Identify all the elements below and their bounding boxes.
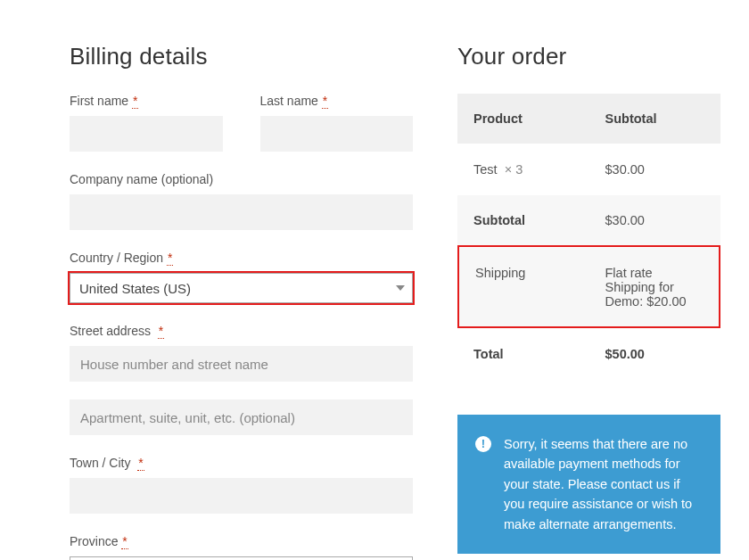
subtotal-value: $30.00 <box>589 195 721 246</box>
last-name-label: Last name * <box>260 94 414 108</box>
required-mark: * <box>137 456 144 471</box>
billing-heading: Billing details <box>70 43 413 70</box>
city-input[interactable] <box>70 478 413 514</box>
item-name: Test <box>473 162 498 177</box>
required-mark: * <box>158 324 164 339</box>
required-mark: * <box>121 534 128 549</box>
province-label: Province * <box>70 534 413 548</box>
company-input[interactable] <box>70 194 413 230</box>
shipping-value: Flat rate Shipping for Demo: $20.00 <box>589 248 720 327</box>
warning-icon: ! <box>475 436 491 452</box>
chevron-down-icon <box>396 285 405 291</box>
order-subtotal-row: Subtotal $30.00 <box>457 195 720 246</box>
shipping-label: Shipping <box>459 248 589 327</box>
required-mark: * <box>167 251 173 266</box>
required-mark: * <box>322 94 328 109</box>
notice-text: Sorry, it seems that there are no availa… <box>504 434 703 534</box>
street-address-2-input[interactable] <box>70 399 413 435</box>
province-select[interactable]: Select an option… <box>70 556 413 560</box>
first-name-input[interactable] <box>70 116 223 152</box>
item-price: $30.00 <box>589 144 721 195</box>
street-address-input[interactable] <box>70 346 413 382</box>
street-address-label: Street address * <box>70 324 413 338</box>
payment-warning-notice: ! Sorry, it seems that there are no avai… <box>457 415 720 554</box>
order-total-row: Total $50.00 <box>457 329 720 380</box>
order-line-item: Test × 3 $30.00 <box>457 144 720 195</box>
subtotal-label: Subtotal <box>457 195 589 246</box>
last-name-input[interactable] <box>260 116 414 152</box>
order-heading: Your order <box>457 43 720 70</box>
order-shipping-row-highlight: Shipping Flat rate Shipping for Demo: $2… <box>457 245 720 328</box>
col-product: Product <box>457 94 589 144</box>
first-name-label: First name * <box>70 94 223 108</box>
country-selected-value: United States (US) <box>79 281 191 296</box>
company-label: Company name (optional) <box>70 172 413 186</box>
item-qty: × 3 <box>505 162 523 177</box>
country-select[interactable]: United States (US) <box>70 273 413 303</box>
order-summary-table: Product Subtotal Test × 3 $30.00 Subtota… <box>457 94 720 245</box>
total-value: $50.00 <box>589 329 721 380</box>
total-label: Total <box>457 329 589 380</box>
required-mark: * <box>132 94 138 109</box>
country-label: Country / Region * <box>70 251 413 265</box>
col-subtotal: Subtotal <box>589 94 721 144</box>
city-label: Town / City * <box>70 456 413 470</box>
